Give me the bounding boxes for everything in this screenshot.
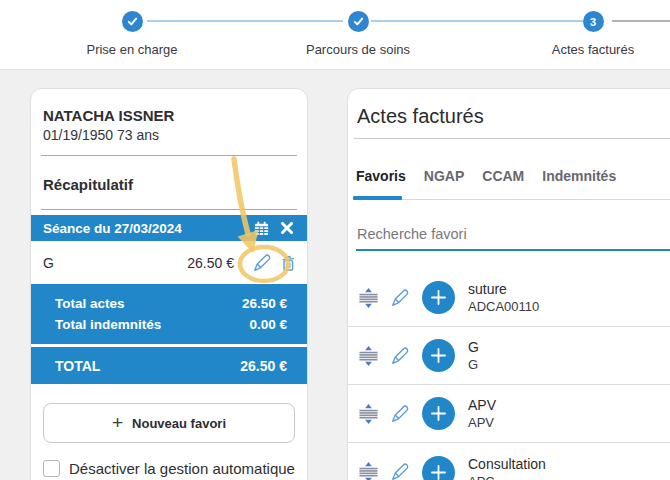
edit-pencil-icon[interactable]	[390, 404, 410, 424]
drag-handle-icon[interactable]	[358, 402, 379, 426]
favorite-search-input[interactable]	[356, 226, 670, 251]
favorite-code: ADCA00110	[468, 299, 539, 314]
step-label: Prise en charge	[52, 42, 212, 57]
session-header: Séance du 27/03/2024	[31, 215, 307, 241]
add-plus-icon	[431, 406, 446, 421]
drag-handle-icon[interactable]	[358, 344, 379, 368]
plus-icon: +	[112, 413, 123, 432]
favorite-text: APV APV	[468, 397, 496, 430]
close-icon[interactable]	[281, 222, 293, 234]
step-number-circle: 3	[583, 11, 604, 32]
total-row: Total indemnités 0.00 €	[55, 314, 287, 335]
favorite-item: G G	[348, 327, 670, 385]
favorites-list: suture ADCA00110	[348, 269, 670, 480]
favorite-code: G	[468, 357, 479, 372]
total-value: 26.50 €	[242, 293, 287, 314]
add-plus-icon	[431, 290, 446, 305]
new-favorite-button[interactable]: + Nouveau favori	[43, 403, 295, 443]
grand-total-value: 26.50 €	[240, 358, 287, 374]
tabs-underline	[354, 199, 670, 200]
favorite-item: APV APV	[348, 385, 670, 443]
tab-favoris[interactable]: Favoris	[356, 168, 406, 184]
edit-pencil-icon[interactable]	[252, 253, 272, 273]
session-title: Séance du 27/03/2024	[43, 221, 182, 236]
wizard-stepper: Prise en charge Parcours de soins 3 Acte…	[0, 0, 670, 70]
step-done-circle	[348, 11, 369, 32]
billed-acts-panel: Actes facturés Favoris NGAP CCAM Indemni…	[347, 88, 670, 480]
check-icon	[352, 15, 365, 28]
stepper-step-parcours-de-soins[interactable]: Parcours de soins	[278, 11, 438, 57]
new-favorite-label: Nouveau favori	[132, 416, 226, 431]
favorite-code: APC	[468, 474, 546, 480]
drag-handle-icon[interactable]	[358, 460, 379, 480]
total-label: Total indemnités	[55, 314, 161, 335]
totals-block: Total actes 26.50 € Total indemnités 0.0…	[31, 284, 307, 344]
add-act-button[interactable]	[422, 397, 455, 430]
billed-act-row: G 26.50 €	[31, 241, 307, 284]
recap-panel: NATACHA ISSNER 01/19/1950 73 ans Récapit…	[30, 88, 308, 480]
favorite-title: APV	[468, 397, 496, 413]
recap-title: Récapitulatif	[31, 156, 307, 193]
total-label: Total actes	[55, 293, 125, 314]
add-plus-icon	[431, 465, 446, 480]
tab-ngap[interactable]: NGAP	[424, 168, 464, 184]
favorite-title: G	[468, 339, 479, 355]
step-done-circle	[122, 11, 143, 32]
total-value: 0.00 €	[249, 314, 287, 335]
total-row: Total actes 26.50 €	[55, 293, 287, 314]
check-icon	[126, 15, 139, 28]
auto-management-label: Désactiver la gestion automatique	[69, 460, 295, 477]
step-label: Parcours de soins	[278, 42, 438, 57]
patient-header: NATACHA ISSNER 01/19/1950 73 ans	[31, 89, 307, 143]
delete-trash-icon[interactable]	[281, 255, 295, 271]
tab-indemnites[interactable]: Indemnités	[542, 168, 616, 184]
divider	[354, 138, 670, 139]
acts-tabs: Favoris NGAP CCAM Indemnités	[348, 168, 670, 184]
add-plus-icon	[431, 348, 446, 363]
stepper-step-actes-factures[interactable]: 3 Actes facturés	[513, 11, 670, 57]
auto-management-checkbox[interactable]	[43, 460, 60, 477]
tab-ccam[interactable]: CCAM	[482, 168, 524, 184]
panel-title: Actes facturés	[357, 105, 670, 128]
favorite-code: APV	[468, 415, 496, 430]
stepper-step-prise-en-charge[interactable]: Prise en charge	[52, 11, 212, 57]
act-amount: 26.50 €	[187, 255, 234, 271]
patient-dob: 01/19/1950 73 ans	[43, 127, 295, 143]
patient-name: NATACHA ISSNER	[43, 107, 295, 124]
grand-total-block: TOTAL 26.50 €	[31, 347, 307, 384]
favorite-text: G G	[468, 339, 479, 372]
favorite-item: suture ADCA00110	[348, 269, 670, 327]
favorite-text: Consultation APC	[468, 456, 546, 480]
add-act-button[interactable]	[422, 456, 455, 480]
add-act-button[interactable]	[422, 281, 455, 314]
act-code: G	[43, 255, 54, 271]
divider	[41, 209, 297, 210]
add-act-button[interactable]	[422, 339, 455, 372]
grand-total-label: TOTAL	[55, 358, 100, 374]
active-tab-indicator	[353, 196, 402, 200]
edit-pencil-icon[interactable]	[390, 288, 410, 308]
favorite-item: Consultation APC	[348, 443, 670, 480]
favorite-title: Consultation	[468, 456, 546, 472]
edit-pencil-icon[interactable]	[390, 462, 410, 480]
calendar-icon[interactable]	[254, 221, 269, 236]
favorite-text: suture ADCA00110	[468, 281, 539, 314]
favorite-title: suture	[468, 281, 539, 297]
drag-handle-icon[interactable]	[358, 286, 379, 310]
step-label: Actes facturés	[513, 42, 670, 57]
auto-management-row: Désactiver la gestion automatique	[43, 460, 295, 477]
edit-pencil-icon[interactable]	[390, 346, 410, 366]
